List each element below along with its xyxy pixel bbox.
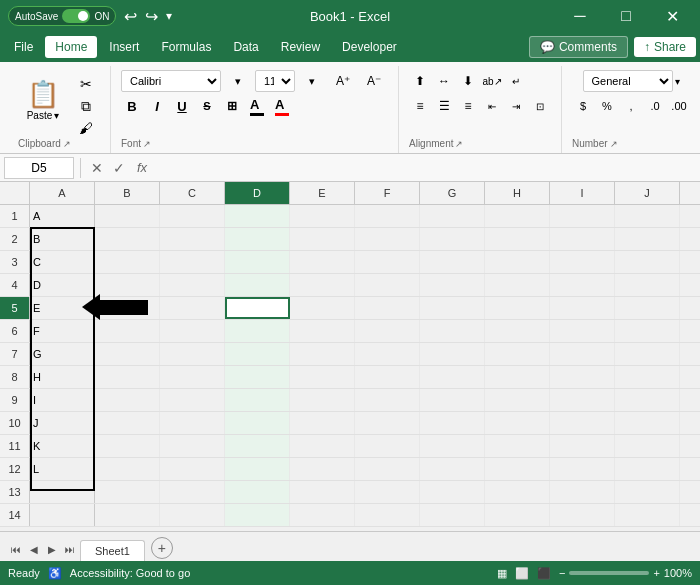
font-increase-button[interactable]: A⁺ <box>329 71 357 91</box>
cell-F9[interactable] <box>355 389 420 411</box>
col-header-G[interactable]: G <box>420 182 485 204</box>
cell-D7[interactable] <box>225 343 290 365</box>
cell-I4[interactable] <box>550 274 615 296</box>
cell-C13[interactable] <box>160 481 225 503</box>
spreadsheet-area[interactable]: A B C D E F G H I J 1 A <box>0 182 700 533</box>
cell-A12[interactable]: L <box>30 458 95 480</box>
cell-J5[interactable] <box>615 297 680 319</box>
cell-J11[interactable] <box>615 435 680 457</box>
sheet-nav-next[interactable]: ▶ <box>44 541 60 557</box>
row-num-4[interactable]: 4 <box>0 274 30 296</box>
cell-B6[interactable] <box>95 320 160 342</box>
font-size-select[interactable]: 11 <box>255 70 295 92</box>
cell-A9[interactable]: I <box>30 389 95 411</box>
row-num-14[interactable]: 14 <box>0 504 30 526</box>
menu-formulas[interactable]: Formulas <box>151 36 221 58</box>
cell-C1[interactable] <box>160 205 225 227</box>
cell-C6[interactable] <box>160 320 225 342</box>
cell-G11[interactable] <box>420 435 485 457</box>
cell-C5[interactable] <box>160 297 225 319</box>
decrease-indent-button[interactable]: ⇤ <box>481 95 503 117</box>
cell-E2[interactable] <box>290 228 355 250</box>
sheet-nav-last[interactable]: ⏭ <box>62 541 78 557</box>
menu-file[interactable]: File <box>4 36 43 58</box>
cell-A8[interactable]: H <box>30 366 95 388</box>
cell-H11[interactable] <box>485 435 550 457</box>
redo-button[interactable]: ↪ <box>145 7 158 26</box>
cell-D10[interactable] <box>225 412 290 434</box>
add-sheet-button[interactable]: + <box>151 537 173 559</box>
cell-D9[interactable] <box>225 389 290 411</box>
cut-button[interactable]: ✂ <box>72 74 100 94</box>
underline-button[interactable]: U <box>171 95 193 117</box>
cell-J3[interactable] <box>615 251 680 273</box>
cell-I7[interactable] <box>550 343 615 365</box>
cell-A11[interactable]: K <box>30 435 95 457</box>
cell-J9[interactable] <box>615 389 680 411</box>
col-header-I[interactable]: I <box>550 182 615 204</box>
cell-G3[interactable] <box>420 251 485 273</box>
number-format-expand[interactable]: ▾ <box>675 76 680 87</box>
zoom-in-button[interactable]: + <box>653 567 659 579</box>
cell-I1[interactable] <box>550 205 615 227</box>
number-format-select[interactable]: General <box>583 70 673 92</box>
cell-E6[interactable] <box>290 320 355 342</box>
more-button[interactable]: ▾ <box>166 9 172 23</box>
copy-button[interactable]: ⧉ <box>72 96 100 116</box>
sheet-tab-sheet1[interactable]: Sheet1 <box>80 540 145 562</box>
bold-button[interactable]: B <box>121 95 143 117</box>
menu-developer[interactable]: Developer <box>332 36 407 58</box>
cell-G6[interactable] <box>420 320 485 342</box>
format-painter-button[interactable]: 🖌 <box>72 118 100 138</box>
strikethrough-button[interactable]: S <box>196 95 218 117</box>
align-center-button[interactable]: ☰ <box>433 95 455 117</box>
fill-color-button[interactable]: A <box>246 95 268 117</box>
cell-E3[interactable] <box>290 251 355 273</box>
cell-A10[interactable]: J <box>30 412 95 434</box>
comma-button[interactable]: , <box>620 95 642 117</box>
cell-F5[interactable] <box>355 297 420 319</box>
font-decrease-button[interactable]: A⁻ <box>360 71 388 91</box>
sheet-nav-prev[interactable]: ◀ <box>26 541 42 557</box>
zoom-out-button[interactable]: − <box>559 567 565 579</box>
cell-F12[interactable] <box>355 458 420 480</box>
cell-G8[interactable] <box>420 366 485 388</box>
col-header-F[interactable]: F <box>355 182 420 204</box>
text-angle-button[interactable]: ab↗ <box>481 70 503 92</box>
cell-B2[interactable] <box>95 228 160 250</box>
number-expand-icon[interactable]: ↗ <box>610 139 618 149</box>
col-header-A[interactable]: A <box>30 182 95 204</box>
row-num-11[interactable]: 11 <box>0 435 30 457</box>
cell-C2[interactable] <box>160 228 225 250</box>
align-top-button[interactable]: ⬆ <box>409 70 431 92</box>
cell-C14[interactable] <box>160 504 225 526</box>
cell-J12[interactable] <box>615 458 680 480</box>
cell-E8[interactable] <box>290 366 355 388</box>
cell-B9[interactable] <box>95 389 160 411</box>
row-num-10[interactable]: 10 <box>0 412 30 434</box>
col-header-D[interactable]: D <box>225 182 290 204</box>
cell-B12[interactable] <box>95 458 160 480</box>
border-button[interactable]: ⊞ <box>221 95 243 117</box>
menu-insert[interactable]: Insert <box>99 36 149 58</box>
cell-F13[interactable] <box>355 481 420 503</box>
italic-button[interactable]: I <box>146 95 168 117</box>
cell-D8[interactable] <box>225 366 290 388</box>
cell-E12[interactable] <box>290 458 355 480</box>
row-num-6[interactable]: 6 <box>0 320 30 342</box>
cell-A4[interactable]: D <box>30 274 95 296</box>
cell-B8[interactable] <box>95 366 160 388</box>
cell-G4[interactable] <box>420 274 485 296</box>
cell-G10[interactable] <box>420 412 485 434</box>
cell-D1[interactable] <box>225 205 290 227</box>
clipboard-expand-icon[interactable]: ↗ <box>63 139 71 149</box>
cell-A6[interactable]: F <box>30 320 95 342</box>
cell-A14[interactable] <box>30 504 95 526</box>
cell-B10[interactable] <box>95 412 160 434</box>
cell-F8[interactable] <box>355 366 420 388</box>
cell-J4[interactable] <box>615 274 680 296</box>
accounting-button[interactable]: $ <box>572 95 594 117</box>
cell-H1[interactable] <box>485 205 550 227</box>
cell-H9[interactable] <box>485 389 550 411</box>
view-page-break-icon[interactable]: ⬛ <box>537 567 551 580</box>
